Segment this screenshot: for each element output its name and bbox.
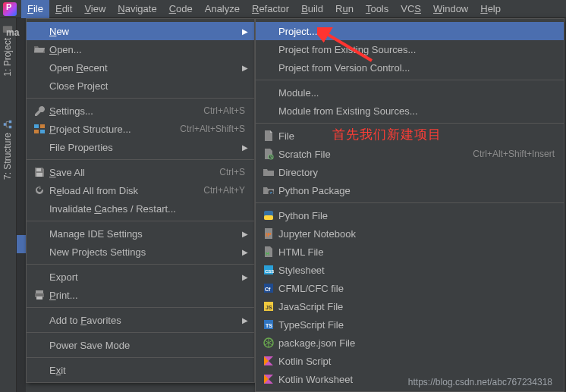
- menu-item-label: JavaScript File: [277, 301, 555, 312]
- menu-item-label: Project from Existing Sources...: [277, 44, 555, 55]
- menu-item-label: package.json File: [277, 337, 555, 349]
- file-menu-item-project-structure[interactable]: Project Structure...Ctrl+Alt+Shift+S: [27, 120, 254, 138]
- svg-rect-8: [40, 130, 45, 133]
- menu-item-label: CFML/CFC file: [277, 283, 555, 294]
- new-submenu: Project...Project from Existing Sources.…: [255, 18, 564, 392]
- left-tool-stripe: 1: Project 7: Structure: [0, 18, 17, 392]
- svg-rect-18: [264, 215, 273, 220]
- menu-item-label: Power Save Mode: [48, 340, 245, 351]
- package-json-icon: [263, 337, 275, 349]
- new-submenu-item-module-from-existing-sources[interactable]: Module from Existing Sources...: [256, 102, 564, 120]
- menu-item-label: Open Recent: [48, 62, 245, 74]
- menu-item-label: TypeScript File: [277, 319, 555, 331]
- menubar-tools[interactable]: Tools: [360, 0, 395, 18]
- menu-item-shortcut: Ctrl+Alt+Shift+S: [180, 124, 245, 134]
- svg-text:IP: IP: [266, 231, 272, 238]
- file-menu-item-close-project[interactable]: Close Project: [27, 77, 254, 95]
- menu-item-shortcut: Ctrl+S: [219, 167, 245, 177]
- menubar-view[interactable]: View: [78, 0, 112, 18]
- new-submenu-item-jupyter-notebook[interactable]: IPJupyter Notebook: [256, 224, 564, 243]
- new-submenu-item-python-file[interactable]: Python File: [256, 206, 564, 224]
- menubar-vcs[interactable]: VCS: [395, 0, 427, 18]
- new-submenu-item-stylesheet[interactable]: CSSStylesheet: [256, 261, 564, 279]
- new-submenu-item-html-file[interactable]: HHTML File: [256, 243, 564, 261]
- file-menu-item-reload-all-from-disk[interactable]: Reload All from DiskCtrl+Alt+Y: [27, 181, 254, 199]
- file-menu-item-invalidate-caches-restart[interactable]: Invalidate Caches / Restart...: [27, 199, 254, 218]
- menubar-run[interactable]: Run: [329, 0, 360, 18]
- new-submenu-item-javascript-file[interactable]: JSJavaScript File: [256, 297, 564, 315]
- new-submenu-item-typescript-file[interactable]: TSTypeScript File: [256, 315, 564, 334]
- menubar-edit[interactable]: Edit: [49, 0, 78, 18]
- menubar-code[interactable]: Code: [163, 0, 199, 18]
- new-submenu-item-directory[interactable]: Directory: [256, 163, 564, 181]
- menubar-navigate[interactable]: Navigate: [112, 0, 162, 18]
- file-menu-item-print[interactable]: Print...: [27, 286, 254, 304]
- new-submenu-item-project[interactable]: Project...: [256, 22, 564, 40]
- new-submenu-item-kotlin-worksheet[interactable]: Kotlin Worksheet: [256, 370, 564, 388]
- new-submenu-item-scratch-file[interactable]: Scratch FileCtrl+Alt+Shift+Insert: [256, 145, 564, 163]
- file-menu-item-save-all[interactable]: Save AllCtrl+S: [27, 163, 254, 181]
- chevron-right-icon: ▶: [242, 248, 248, 256]
- svg-rect-4: [4, 123, 7, 126]
- menubar-analyze[interactable]: Analyze: [199, 0, 246, 18]
- menubar-file[interactable]: File: [21, 0, 49, 18]
- file-menu-item-new-projects-settings[interactable]: New Projects Settings▶: [27, 243, 254, 261]
- new-submenu-item-file[interactable]: File: [256, 127, 564, 145]
- app-icon: [3, 2, 17, 16]
- save-icon: [33, 166, 46, 178]
- cfml-file-icon: Cf: [263, 282, 275, 294]
- menubar: FileEditViewNavigateCodeAnalyzeRefactorB…: [0, 0, 566, 18]
- new-submenu-item-project-from-existing-sources[interactable]: Project from Existing Sources...: [256, 40, 564, 58]
- menu-item-label: Add to Favorites: [48, 315, 245, 326]
- new-submenu-item-module[interactable]: Module...: [256, 83, 564, 102]
- wrench-icon: [33, 105, 46, 117]
- menu-item-label: Close Project: [48, 80, 245, 92]
- menu-item-label: Module from Existing Sources...: [277, 105, 555, 117]
- python-file-icon: [263, 209, 275, 221]
- file-menu-item-settings[interactable]: Settings...Ctrl+Alt+S: [27, 102, 254, 120]
- menubar-build[interactable]: Build: [295, 0, 329, 18]
- menu-item-label: Stylesheet: [277, 265, 555, 276]
- svg-rect-9: [36, 168, 41, 171]
- menubar-help[interactable]: Help: [474, 0, 507, 18]
- menu-item-label: Invalidate Caches / Restart...: [48, 203, 245, 215]
- file-menu-item-open[interactable]: Open...: [27, 40, 254, 58]
- file-menu-item-exit[interactable]: Exit: [27, 361, 254, 379]
- folder-icon: [263, 166, 275, 178]
- menu-item-label: File: [277, 130, 555, 142]
- menu-item-label: Project...: [277, 26, 555, 37]
- file-menu-item-add-to-favorites[interactable]: Add to Favorites▶: [27, 311, 254, 329]
- svg-text:Cf: Cf: [265, 287, 271, 292]
- menu-item-label: Scratch File: [277, 149, 461, 160]
- file-menu-item-manage-ide-settings[interactable]: Manage IDE Settings▶: [27, 224, 254, 243]
- menu-item-label: Directory: [277, 167, 555, 178]
- new-submenu-item-cfml-cfc-file[interactable]: CfCFML/CFC file: [256, 279, 564, 297]
- jupyter-icon: IP: [263, 227, 275, 240]
- kotlin-icon: [263, 355, 275, 367]
- file-menu-item-power-save-mode[interactable]: Power Save Mode: [27, 336, 254, 354]
- kotlin-icon: [263, 373, 275, 385]
- file-menu-item-export[interactable]: Export▶: [27, 268, 254, 286]
- menubar-window[interactable]: Window: [427, 0, 474, 18]
- svg-text:H: H: [266, 251, 269, 256]
- menubar-refactor[interactable]: Refactor: [246, 0, 295, 18]
- menu-item-label: New Projects Settings: [48, 246, 245, 258]
- tool-window-structure[interactable]: 7: Structure: [0, 113, 15, 186]
- new-submenu-item-package-json-file[interactable]: package.json File: [256, 334, 564, 352]
- project-structure-icon: [33, 123, 46, 135]
- file-menu-item-new[interactable]: New▶: [27, 22, 254, 40]
- svg-text:JS: JS: [266, 305, 272, 310]
- new-submenu-item-project-from-version-control[interactable]: Project from Version Control...: [256, 58, 564, 77]
- editor-gutter: [17, 18, 26, 392]
- new-submenu-item-python-package[interactable]: Python Package: [256, 181, 564, 199]
- svg-rect-11: [36, 290, 43, 293]
- menu-item-label: Open...: [48, 44, 245, 55]
- ts-file-icon: TS: [263, 318, 275, 331]
- svg-rect-3: [9, 120, 12, 123]
- file-menu-item-file-properties[interactable]: File Properties▶: [27, 138, 254, 156]
- menu-item-label: Project Structure...: [48, 124, 168, 135]
- new-submenu-item-kotlin-script[interactable]: Kotlin Script: [256, 352, 564, 370]
- file-menu-item-open-recent[interactable]: Open Recent▶: [27, 58, 254, 77]
- structure-icon: [2, 119, 13, 130]
- menu-item-shortcut: Ctrl+Alt+S: [203, 105, 245, 116]
